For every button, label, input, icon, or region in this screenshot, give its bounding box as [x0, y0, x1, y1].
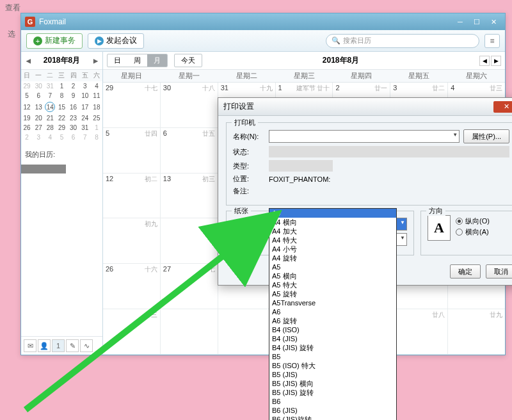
- calendar-day[interactable]: 30十八: [161, 83, 218, 127]
- dropdown-option[interactable]: B4 (ISO): [269, 325, 396, 334]
- mini-cal-day[interactable]: 8: [91, 133, 102, 142]
- new-task-button[interactable]: + 新建事务: [26, 33, 83, 49]
- mini-cal-day[interactable]: 5: [56, 133, 67, 142]
- mini-cal-day[interactable]: 25: [91, 113, 102, 123]
- dialog-close-button[interactable]: ✕: [493, 101, 512, 113]
- ok-button[interactable]: 确定: [450, 264, 481, 279]
- mini-cal-day[interactable]: 2: [68, 81, 79, 91]
- mini-cal-day[interactable]: 15: [56, 101, 67, 113]
- calendar-item[interactable]: [21, 165, 66, 174]
- dropdown-option[interactable]: A5Transverse: [269, 298, 396, 307]
- mini-cal-day[interactable]: 2: [21, 133, 33, 142]
- mini-cal-day[interactable]: 1: [91, 123, 102, 133]
- dropdown-option[interactable]: A5: [269, 262, 396, 271]
- main-prev[interactable]: ◀: [479, 56, 490, 66]
- cancel-button[interactable]: 取消: [486, 264, 512, 279]
- mail-icon[interactable]: ✉: [24, 339, 36, 352]
- dropdown-option[interactable]: B5 (ISO) 特大: [269, 361, 396, 370]
- dropdown-option[interactable]: A4: [269, 209, 396, 218]
- dropdown-option[interactable]: A6 旋转: [269, 316, 396, 325]
- mini-cal-day[interactable]: 17: [79, 101, 91, 113]
- paper-size-dropdown[interactable]: A4A4 横向A4 加大A4 特大A4 小号A4 旋转A5A5 横向A5 特大A…: [269, 208, 397, 420]
- dropdown-option[interactable]: A5 横向: [269, 271, 396, 280]
- mini-cal-day[interactable]: 29: [56, 123, 67, 133]
- mini-cal-day[interactable]: 28: [44, 123, 56, 133]
- mini-cal-day[interactable]: 3: [33, 133, 44, 142]
- calendar-day[interactable]: 12初二: [103, 174, 161, 218]
- mini-cal-day[interactable]: 26: [21, 123, 33, 133]
- mini-cal-day[interactable]: 11: [91, 91, 102, 101]
- dropdown-option[interactable]: A4 横向: [269, 218, 396, 227]
- mini-cal-day[interactable]: 31: [79, 123, 91, 133]
- mini-cal-day[interactable]: 30: [68, 123, 79, 133]
- mini-cal-day[interactable]: 7: [44, 91, 56, 101]
- mini-cal-day[interactable]: 14: [44, 101, 56, 113]
- calendar-day[interactable]: 29十七: [103, 83, 161, 127]
- search-input[interactable]: 🔍 搜索日历: [326, 34, 479, 48]
- mini-cal-day[interactable]: 24: [79, 113, 91, 123]
- mini-cal-day[interactable]: 13: [33, 101, 44, 113]
- mini-cal-day[interactable]: 6: [68, 133, 79, 142]
- mini-cal-day[interactable]: 12: [21, 101, 33, 113]
- dropdown-option[interactable]: A4 加大: [269, 227, 396, 236]
- dropdown-option[interactable]: A5 旋转: [269, 289, 396, 298]
- calendar-day[interactable]: [218, 309, 276, 354]
- mini-cal-day[interactable]: 16: [68, 101, 79, 113]
- view-week[interactable]: 周: [127, 54, 147, 67]
- mini-cal-day[interactable]: 22: [56, 113, 67, 123]
- printer-select[interactable]: [269, 130, 460, 143]
- calendar-day[interactable]: [161, 218, 218, 263]
- dropdown-option[interactable]: B5: [269, 352, 396, 361]
- today-button[interactable]: 今天: [174, 54, 202, 67]
- mini-cal-day[interactable]: 9: [68, 91, 79, 101]
- mini-cal-day[interactable]: 8: [56, 91, 67, 101]
- properties-button[interactable]: 属性(P)...: [463, 129, 509, 143]
- dropdown-option[interactable]: A4 旋转: [269, 254, 396, 262]
- view-day[interactable]: 日: [108, 54, 127, 67]
- dropdown-option[interactable]: B6: [269, 397, 396, 406]
- dropdown-option[interactable]: A4 特大: [269, 236, 396, 245]
- rss-icon[interactable]: ∿: [80, 339, 93, 352]
- mini-cal-day[interactable]: 1: [56, 81, 67, 91]
- mini-cal-day[interactable]: 3: [79, 81, 91, 91]
- mini-cal-day[interactable]: 23: [68, 113, 79, 123]
- close-button[interactable]: ✕: [486, 16, 501, 28]
- main-next[interactable]: ▶: [491, 56, 501, 66]
- mini-cal-day[interactable]: 31: [44, 81, 56, 91]
- dropdown-option[interactable]: A5 特大: [269, 280, 396, 289]
- note-icon[interactable]: ✎: [66, 339, 79, 352]
- calendar-day[interactable]: 初九: [103, 218, 161, 263]
- contact-icon[interactable]: 👤: [38, 339, 51, 352]
- mini-cal-next[interactable]: ▶: [91, 56, 100, 65]
- portrait-radio[interactable]: 纵向(O): [456, 216, 509, 226]
- mini-cal-day[interactable]: 6: [33, 91, 44, 101]
- calendar-day[interactable]: 26十六: [103, 264, 161, 309]
- calendar-day[interactable]: 27十七: [161, 264, 218, 309]
- dropdown-option[interactable]: B4 (JIS): [269, 334, 396, 343]
- maximize-button[interactable]: ☐: [469, 16, 484, 28]
- calendar-day[interactable]: 5廿四: [103, 128, 161, 173]
- mini-cal-prev[interactable]: ◀: [24, 56, 33, 65]
- view-month[interactable]: 月: [147, 54, 167, 67]
- calendar-icon[interactable]: 1: [52, 339, 65, 352]
- dropdown-option[interactable]: A6: [269, 307, 396, 316]
- mini-cal-day[interactable]: 4: [44, 133, 56, 142]
- mini-cal-day[interactable]: 21: [44, 113, 56, 123]
- calendar-day[interactable]: 6廿五: [161, 128, 218, 173]
- calendar-day[interactable]: 廿三: [103, 309, 161, 354]
- mini-cal-day[interactable]: 10: [79, 91, 91, 101]
- dropdown-option[interactable]: B5 (JIS) 横向: [269, 379, 396, 388]
- mini-cal-day[interactable]: 30: [33, 81, 44, 91]
- mini-cal-day[interactable]: 18: [91, 101, 102, 113]
- calendar-day[interactable]: [161, 309, 218, 354]
- dropdown-option[interactable]: B5 (JIS) 旋转: [269, 388, 396, 397]
- mini-cal-day[interactable]: 4: [91, 81, 102, 91]
- calendar-day[interactable]: 廿八: [390, 309, 448, 354]
- mini-cal-day[interactable]: 5: [21, 91, 33, 101]
- mini-cal-day[interactable]: 27: [33, 123, 44, 133]
- dropdown-option[interactable]: B5 (JIS): [269, 370, 396, 379]
- landscape-radio[interactable]: 横向(A): [456, 227, 509, 237]
- dropdown-option[interactable]: B6 (JIS)旋转: [269, 415, 396, 420]
- mini-cal-day[interactable]: 20: [33, 113, 44, 123]
- calendar-day[interactable]: 廿九: [448, 309, 505, 354]
